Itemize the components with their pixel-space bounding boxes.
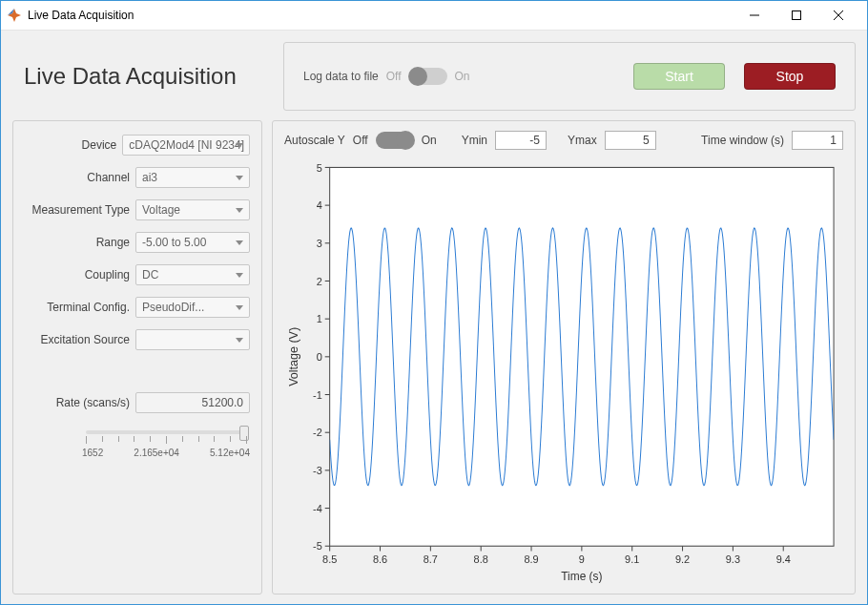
svg-text:8.9: 8.9: [524, 553, 538, 565]
coupling-row: Coupling DC: [25, 264, 250, 285]
client-area: Live Data Acquisition Log data to file O…: [1, 31, 867, 604]
svg-text:-2: -2: [313, 427, 322, 438]
svg-text:-1: -1: [313, 388, 322, 400]
start-button[interactable]: Start: [633, 63, 725, 90]
ymin-label: Ymin: [462, 134, 487, 147]
close-button[interactable]: [817, 1, 859, 30]
titlebar: Live Data Acquisition: [1, 1, 867, 31]
rate-slider[interactable]: [86, 430, 246, 434]
svg-text:-3: -3: [313, 465, 322, 476]
svg-text:4: 4: [317, 199, 322, 211]
minimize-button[interactable]: [734, 1, 775, 30]
svg-text:9.3: 9.3: [726, 553, 740, 565]
ymax-input[interactable]: 5: [605, 131, 656, 150]
device-row: Device cDAQ2Mod4 [NI 9234]: [25, 135, 250, 156]
rate-field[interactable]: 51200.0: [135, 392, 250, 413]
svg-text:9.2: 9.2: [675, 553, 690, 565]
header-panel: Log data to file Off On Start Stop: [283, 42, 856, 111]
svg-text:8.5: 8.5: [322, 553, 337, 565]
device-label: Device: [25, 138, 116, 152]
svg-text:8.6: 8.6: [373, 553, 387, 565]
channel-row: Channel ai3: [25, 167, 250, 188]
slider-mid-label: 2.165e+04: [134, 448, 179, 458]
range-label: Range: [25, 236, 130, 249]
slider-min-label: 1652: [82, 448, 103, 458]
app-window: Live Data Acquisition Live Data Acquisit…: [0, 0, 868, 605]
coupling-label: Coupling: [25, 268, 130, 282]
svg-text:8.7: 8.7: [424, 553, 438, 565]
svg-text:8.8: 8.8: [474, 553, 488, 565]
svg-text:1: 1: [317, 313, 322, 324]
log-label: Log data to file: [303, 70, 379, 83]
meas-type-label: Measurement Type: [25, 203, 130, 217]
svg-text:5: 5: [317, 161, 322, 173]
svg-text:9.4: 9.4: [776, 553, 791, 565]
excitation-dropdown[interactable]: [135, 329, 250, 350]
axes: -5-4-3-2-10123458.58.68.78.88.999.19.29.…: [284, 157, 843, 586]
time-window-label: Time window (s): [701, 134, 784, 147]
page-title: Live Data Acquisition: [12, 42, 274, 111]
channel-label: Channel: [25, 171, 130, 184]
svg-text:Voltage (V): Voltage (V): [287, 327, 300, 386]
rate-slider-labels: 1652 2.165e+04 5.12e+04: [82, 448, 250, 458]
svg-rect-3: [793, 11, 801, 20]
ymin-input[interactable]: -5: [495, 131, 547, 150]
config-panel: Device cDAQ2Mod4 [NI 9234] Channel ai3 M…: [12, 120, 262, 595]
time-window-input[interactable]: 1: [792, 131, 843, 150]
excitation-label: Excitation Source: [25, 333, 130, 346]
maximize-button[interactable]: [775, 1, 817, 30]
matlab-icon: [7, 8, 22, 23]
coupling-dropdown[interactable]: DC: [135, 264, 250, 285]
svg-text:-5: -5: [313, 540, 322, 552]
range-row: Range -5.00 to 5.00: [25, 232, 250, 253]
device-dropdown[interactable]: cDAQ2Mod4 [NI 9234]: [122, 135, 250, 156]
terminal-row: Terminal Config. PseudoDif...: [25, 297, 250, 318]
rate-slider-block: 1652 2.165e+04 5.12e+04: [25, 425, 250, 458]
svg-marker-0: [8, 9, 21, 22]
svg-text:9.1: 9.1: [625, 553, 639, 565]
plot-controls: Autoscale Y Off On Ymin -5 Ymax 5 Time w…: [284, 129, 843, 152]
autoscale-toggle[interactable]: [376, 132, 414, 149]
rate-slider-ticks: [86, 436, 246, 446]
chart-svg: -5-4-3-2-10123458.58.68.78.88.999.19.29.…: [284, 157, 843, 586]
range-dropdown[interactable]: -5.00 to 5.00: [135, 232, 250, 253]
autoscale-label: Autoscale Y: [284, 134, 345, 147]
svg-text:9: 9: [579, 553, 585, 565]
svg-text:0: 0: [317, 351, 322, 363]
window-title: Live Data Acquisition: [28, 9, 134, 22]
rate-row: Rate (scans/s) 51200.0: [25, 392, 250, 413]
terminal-label: Terminal Config.: [25, 301, 130, 314]
svg-text:-4: -4: [313, 502, 322, 513]
log-to-file-group: Log data to file Off On: [303, 68, 470, 85]
log-on-label: On: [455, 70, 470, 83]
body-row: Device cDAQ2Mod4 [NI 9234] Channel ai3 M…: [12, 120, 856, 595]
excitation-row: Excitation Source: [25, 329, 250, 350]
meas-type-row: Measurement Type Voltage: [25, 199, 250, 220]
autoscale-on-label: On: [422, 134, 437, 147]
log-toggle[interactable]: [409, 68, 447, 85]
ymax-label: Ymax: [568, 134, 597, 147]
plot-panel: Autoscale Y Off On Ymin -5 Ymax 5 Time w…: [272, 120, 856, 595]
meas-type-dropdown[interactable]: Voltage: [135, 199, 250, 220]
rate-label: Rate (scans/s): [25, 396, 130, 409]
channel-dropdown[interactable]: ai3: [135, 167, 250, 188]
svg-text:3: 3: [317, 238, 322, 249]
svg-text:Time (s): Time (s): [561, 569, 602, 582]
stop-button[interactable]: Stop: [744, 63, 836, 90]
slider-max-label: 5.12e+04: [210, 448, 250, 458]
header-row: Live Data Acquisition Log data to file O…: [12, 42, 856, 111]
autoscale-off-label: Off: [353, 134, 368, 147]
terminal-dropdown[interactable]: PseudoDif...: [135, 297, 250, 318]
svg-rect-6: [330, 167, 834, 546]
svg-text:2: 2: [317, 275, 322, 286]
log-off-label: Off: [386, 70, 402, 83]
